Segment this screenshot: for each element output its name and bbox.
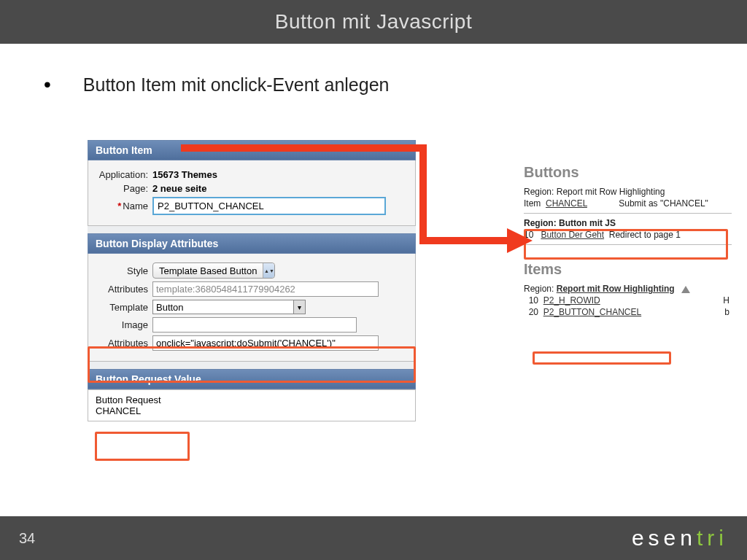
label-button-request: Button Request [96,394,408,405]
buttons-heading: Buttons [524,164,735,181]
slide-title-bar: Button mit Javascript [0,0,747,44]
bullet-row: • Button Item mit onclick-Event anlegen [44,74,747,96]
region2-row: Region: Button mit JS [524,218,735,228]
panel-header-request: Button Request Value [88,369,416,389]
panel-body-display: Style Template Based Button ▲▼ Attribute… [88,254,416,362]
style-select-value: Template Based Button [153,265,263,276]
panel-body-request: Button Request CHANCEL [88,389,416,421]
label-name: *Name [96,201,152,211]
item-rowid-row: 10 P2_H_ROWID H [524,295,735,306]
value-page: 2 neue seite [152,183,206,194]
chevron-down-icon: ▾ [293,300,305,314]
label-attributes1: Attributes [96,284,152,295]
screenshot-left: Button Item Application: 15673 Themes Pa… [88,140,416,421]
label-application: Application: [96,169,152,180]
panel-header-item: Button Item [88,140,416,160]
region3-link[interactable]: Report mit Row Highlighting [557,284,675,294]
label-style: Style [96,265,152,276]
highlight-p2-button-chancel [533,351,671,365]
slide-title: Button mit Javascript [275,10,472,33]
highlight-button-request [95,432,190,461]
bullet-text: Button Item mit onclick-Event anlegen [83,74,390,96]
p2-button-chancel-link[interactable]: P2_BUTTON_CHANCEL [543,307,641,317]
item-chancel-link[interactable]: CHANCEL [546,198,587,209]
item-row: Item CHANCEL Submit as "CHANCEL" [524,198,735,209]
items-heading: Items [524,261,735,278]
button-der-geht-link[interactable]: Button Der Geht [541,230,604,240]
button-der-geht-row: 10 Button Der Geht Redirect to page 1 [524,230,735,240]
value-application: 15673 Themes [152,169,217,180]
image-input[interactable] [152,317,357,332]
region1-row: Region: Report mit Row Highlighting [524,187,735,197]
page-number: 34 [19,530,35,547]
label-page: Page: [96,183,152,194]
footer-bar: 34 esentri [0,516,747,560]
select-stepper-icon: ▲▼ [263,263,274,278]
template-select[interactable]: Button ▾ [152,300,306,314]
attributes1-input[interactable] [152,281,379,297]
bullet-dot: • [44,74,51,95]
required-asterisk: * [117,201,121,211]
value-button-request: CHANCEL [96,405,408,416]
label-image: Image [96,319,152,330]
p2-h-rowid-link[interactable]: P2_H_ROWID [543,295,600,306]
divider [524,213,732,214]
screenshot-right: Buttons Region: Report mit Row Highlight… [524,164,735,319]
item-chancel-row: 20 P2_BUTTON_CHANCEL b [524,307,735,317]
style-select[interactable]: Template Based Button ▲▼ [152,262,275,279]
region3-row: Region: Report mit Row Highlighting [524,284,735,294]
name-input[interactable] [152,197,386,215]
template-select-value: Button [153,302,293,313]
label-attributes2: Attributes [96,338,152,349]
panel-header-display: Button Display Attributes [88,233,416,254]
label-template: Template [96,302,152,313]
esentri-logo: esentri [632,526,728,551]
sort-up-icon [681,286,690,293]
panel-body-item: Application: 15673 Themes Page: 2 neue s… [88,160,416,226]
attributes2-input[interactable] [152,335,379,351]
divider [524,244,732,245]
